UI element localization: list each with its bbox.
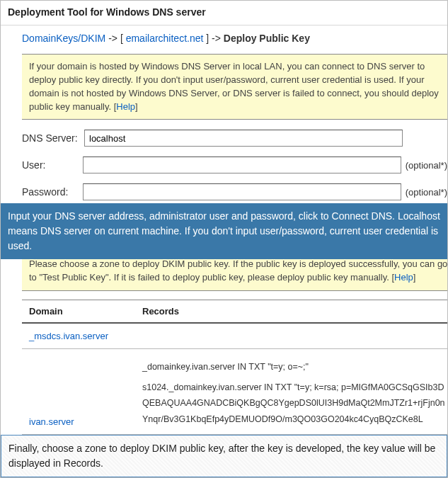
breadcrumb-sep: -> [	[105, 33, 125, 44]
record-line: _domainkey.ivan.server IN TXT "t=y; o=~;…	[142, 359, 448, 375]
window-title: Deployment Tool for Windows DNS server	[1, 1, 447, 25]
info-close-bracket: ]	[413, 272, 416, 283]
window: Deployment Tool for Windows DNS server D…	[0, 0, 448, 478]
zone-records: _domainkey.ivan.server IN TXT "t=y; o=~;…	[142, 359, 448, 427]
info-close-bracket: ]	[135, 101, 138, 112]
help-link[interactable]: Help	[394, 272, 413, 283]
info-box-connect: If your domain is hosted by Windows DNS …	[22, 54, 448, 120]
zone-domain-link[interactable]: ivan.server	[29, 416, 142, 427]
form-row-password: Password: (optional*)	[22, 183, 447, 200]
form-row-dns: DNS Server:	[22, 130, 447, 147]
content-area: DomainKeys/DKIM -> [ emailarchitect.net …	[1, 25, 447, 435]
zone-table: Domain Records _msdcs.ivan.serverivan.se…	[22, 300, 448, 435]
optional-hint: (optional*)	[406, 160, 447, 171]
col-header-records: Records	[142, 306, 448, 317]
breadcrumb-current: Deploy Public Key	[224, 33, 310, 44]
breadcrumb-domain-link[interactable]: emailarchitect.net	[126, 33, 204, 44]
user-input[interactable]	[83, 157, 401, 173]
table-header: Domain Records	[22, 300, 448, 324]
dns-server-input[interactable]	[84, 130, 403, 147]
col-header-domain: Domain	[29, 306, 142, 317]
dns-server-label: DNS Server:	[22, 132, 84, 144]
info-text: If your domain is hosted by Windows DNS …	[29, 61, 439, 112]
breadcrumb-sep: ] ->	[203, 33, 223, 44]
record-line: s1024._domainkey.ivan.server IN TXT "t=y…	[142, 380, 448, 428]
password-input[interactable]	[83, 183, 401, 200]
breadcrumb: DomainKeys/DKIM -> [ emailarchitect.net …	[22, 33, 447, 44]
table-row: _msdcs.ivan.server	[22, 324, 448, 349]
info-text: Please choose a zone to deploy DKIM publ…	[29, 258, 447, 283]
callout-connect-dns: Input your DNS server address, administr…	[1, 203, 448, 259]
form-row-user: User: (optional*)	[22, 157, 447, 173]
table-row: ivan.server_domainkey.ivan.server IN TXT…	[22, 349, 448, 435]
zone-domain-link[interactable]: _msdcs.ivan.server	[29, 331, 142, 341]
breadcrumb-root-link[interactable]: DomainKeys/DKIM	[22, 33, 105, 44]
user-label: User:	[22, 159, 83, 171]
password-label: Password:	[22, 186, 83, 198]
optional-hint: (optional*)	[406, 187, 447, 198]
callout-final-note: Finally, choose a zone to deploy DKIM pu…	[1, 435, 447, 477]
help-link[interactable]: Help	[116, 101, 135, 112]
